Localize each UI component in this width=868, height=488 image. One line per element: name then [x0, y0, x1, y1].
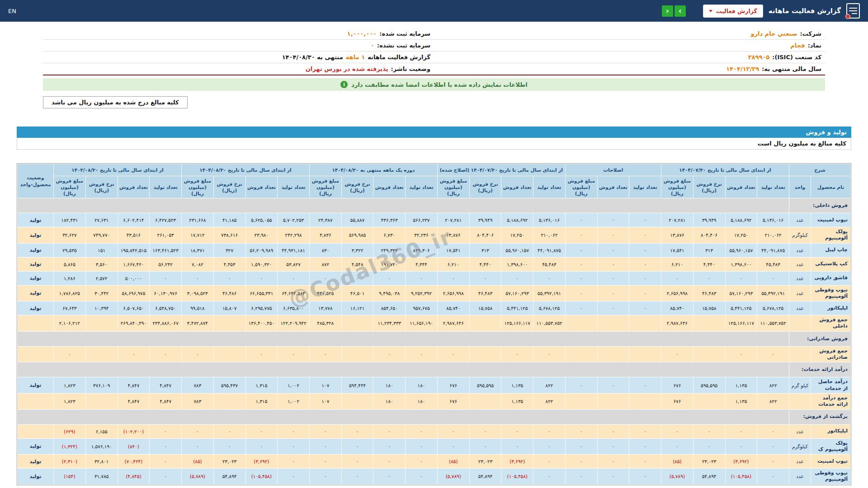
value-cell: ۰	[501, 438, 533, 455]
value-cell: ۱,۲۸۶	[54, 271, 86, 285]
value-cell: ۷۸۳	[182, 377, 214, 394]
symbol-value: فجام	[790, 42, 805, 49]
unit-cell	[789, 393, 811, 409]
section-title-cell: درآمد ارائه خدمات:	[789, 362, 851, 377]
value-cell: ۴۸۵,۳۲۸	[309, 315, 341, 332]
value-cell: ۹۹,۵۱۸	[182, 301, 214, 315]
value-cell: (۸۵)	[661, 455, 693, 469]
value-cell: ۵۵,۳۹۲,۱۹۱	[757, 285, 789, 301]
value-cell: ۳۲,۶۲۷	[54, 227, 86, 244]
value-cell: ۰	[757, 346, 789, 362]
value-cell: ۲۴,۳۸۷	[309, 213, 341, 227]
company-info-row: سال مالی منتهی به: ۱۴۰۴/۱۲/۲۹ وضعیت ناشر…	[43, 63, 825, 75]
value-cell: ۲,۹۸۷,۶۴۶	[437, 315, 469, 332]
value-cell: ۰	[341, 469, 373, 485]
product-name-cell: پولک آلومینیوم ک	[811, 438, 851, 455]
unit-cell	[789, 346, 811, 362]
value-cell: ۰	[597, 227, 629, 244]
fiscal-year-field: سال مالی منتهی به: ۱۴۰۴/۱۲/۲۹	[434, 65, 825, 73]
value-cell: ۵,۱۸۸,۶۹۲	[725, 213, 757, 227]
value-cell: ۱۲۲,۲۰۹,۹۴۲	[278, 315, 310, 332]
value-cell: ۰	[661, 346, 693, 362]
value-cell: (۷۰,۴۲۴)	[118, 455, 150, 469]
value-cell: ۱۷,۵۴۱	[661, 243, 693, 257]
value-cell: ۶۷,۶۴۳	[54, 301, 86, 315]
value-cell: ۰	[629, 271, 661, 285]
value-cell: ۱,۳۱۵	[245, 393, 278, 409]
value-cell: ۰	[565, 243, 597, 257]
section-title-cell: فروش داخلی:	[789, 198, 851, 213]
value-cell: (۸۵)	[182, 455, 214, 469]
value-cell	[597, 346, 629, 362]
value-cell: ۰	[278, 271, 310, 285]
value-cell: ۵۴,۸۹۴	[469, 469, 501, 485]
company-info-row: شرکت: صنعتي جام دارو سرمایه ثبت شده: ۱,۰…	[43, 28, 825, 40]
language-toggle[interactable]: EN	[8, 8, 16, 14]
value-cell: ۰	[469, 438, 501, 455]
value-cell: ۵۹۵,۴۳۷	[213, 377, 245, 394]
value-cell: ۱۹۵,۸۴۲,۵۱۵	[118, 243, 150, 257]
product-name-cell: اپلیکاتور	[811, 301, 851, 315]
section-row: فروش صادراتی:	[18, 331, 851, 346]
value-cell: ۸۵,۷۴۰	[661, 301, 693, 315]
value-cell: ۰	[533, 346, 566, 362]
report-type-dropdown[interactable]: گزارش فعالیت	[703, 5, 763, 18]
value-cell: ۰	[245, 346, 278, 362]
value-cell	[213, 315, 245, 332]
fiscal-year-label: سال مالی منتهی به:	[762, 66, 821, 72]
company-label: شرکت:	[800, 30, 821, 37]
status-cell: تولید	[18, 377, 54, 394]
value-cell: ۰	[309, 455, 341, 469]
value-cell: ۷۸۳	[182, 393, 214, 409]
value-cell: ۵۴,۸۹۴	[213, 469, 245, 485]
value-cell: ۶,۱۵۵	[85, 424, 118, 438]
value-cell: ۵,۷۰۲,۲۵۳	[278, 213, 310, 227]
section-row: برگشت از فروش:	[18, 409, 851, 424]
column-group-header: از ابتدای سال مالی تا تاریخ ۱۴۰۴/۰۸/۳۰	[182, 164, 310, 176]
value-cell: ۵,۱۳۶,۰۱۶	[533, 213, 566, 227]
value-cell: ۰	[341, 438, 373, 455]
value-cell	[469, 346, 501, 362]
value-cell: ۰	[118, 346, 150, 362]
unit-cell: عدد	[789, 455, 811, 469]
table-header: شرحاز ابتدای سال مالی تا تاریخ ۱۴۰۴/۰۷/۳…	[18, 164, 851, 198]
value-cell	[629, 315, 661, 332]
column-group-header: شرح	[789, 164, 851, 176]
value-cell: ۲۱۰,۰۶۲	[533, 227, 566, 244]
value-cell: ۲۶۹,۸۴۰,۴۹۰	[118, 315, 150, 332]
previous-report-button[interactable]: ‹	[662, 5, 673, 17]
value-cell: ۰	[629, 227, 661, 244]
value-cell: ۵,۸۶۵	[54, 257, 86, 271]
value-cell: ۴,۸۴۷	[150, 393, 182, 409]
value-cell: ۴,۵۴۸	[341, 257, 373, 271]
value-cell: ۳,۰۹۸,۵۲۳	[182, 285, 214, 301]
status-cell: تولید	[18, 257, 54, 271]
value-cell: ۰	[150, 469, 182, 485]
column-group-header: از ابتدای سال مالی تا تاریخ ۱۴۰۳/۰۸/۳۰	[54, 164, 182, 176]
value-cell: (۸۴۰)	[118, 438, 150, 455]
value-cell: ۰	[565, 227, 597, 244]
isic-value: ۲۸۹۹۰۵	[748, 54, 770, 61]
value-cell: ۰	[341, 271, 373, 285]
company-info-row: نماد: فجام سرمایه ثبت نشده: ۰	[43, 40, 825, 52]
column-header: تعداد تولید	[629, 176, 661, 198]
value-cell: ۶۷۶	[661, 377, 693, 394]
value-cell: ۵۹۵,۵۹۵	[469, 377, 501, 394]
section-row: فروش داخلی:	[18, 198, 851, 213]
value-cell	[469, 315, 501, 332]
value-cell: ۶,۴۲۷,۵۲۳	[150, 213, 182, 227]
value-cell: ۰	[565, 257, 597, 271]
value-cell: ۲۷,۶۳۱	[85, 213, 118, 227]
chevron-down-icon	[709, 10, 712, 12]
value-cell: ۱,۳۹۸,۶۰۰	[725, 257, 757, 271]
next-report-button[interactable]: ›	[675, 5, 686, 17]
value-cell: ۰	[757, 469, 789, 485]
value-cell: ۰	[629, 257, 661, 271]
status-cell: تولید	[18, 285, 54, 301]
column-group-header: از ابتدای سال مالی تا تاریخ ۱۴۰۴/۰۷/۳۰ (…	[437, 164, 565, 176]
value-cell: ۱۰۷	[309, 377, 341, 394]
report-period-suffix: منتهی به ۱۴۰۴/۰۸/۳۰	[282, 54, 343, 61]
section-filler-cell	[18, 331, 789, 346]
value-cell	[341, 393, 373, 409]
value-cell: ۰	[597, 213, 629, 227]
